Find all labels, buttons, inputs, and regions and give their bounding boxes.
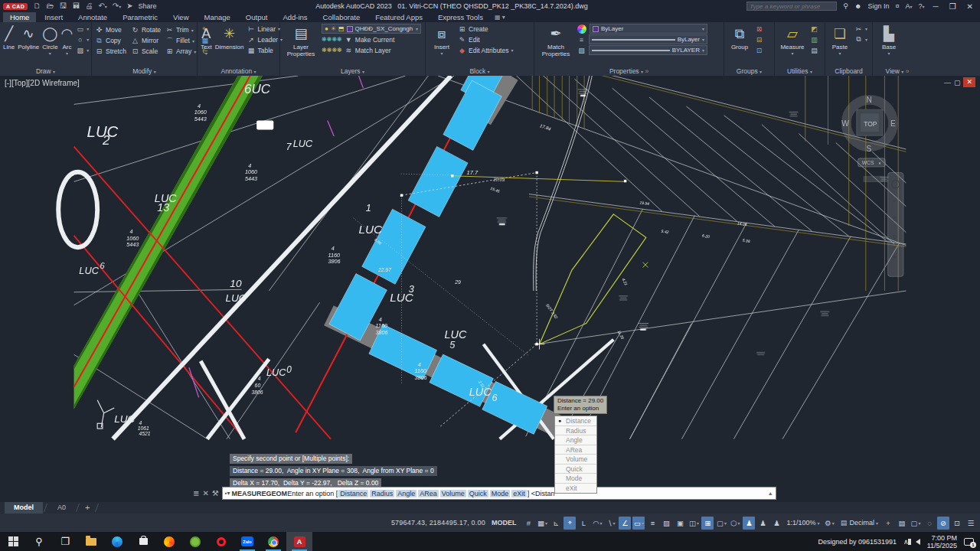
- edit-block-tool[interactable]: ✎Edit: [458, 34, 513, 44]
- panel-label-draw[interactable]: Draw ▾: [0, 67, 91, 76]
- share-label[interactable]: Share: [139, 2, 157, 10]
- line-tool[interactable]: ╱Line: [3, 24, 15, 51]
- menu-item-distance[interactable]: ●Distance: [555, 416, 596, 426]
- status-toggle-isolate-objects[interactable]: ◌: [923, 517, 936, 530]
- search-icon[interactable]: ⚲: [843, 2, 848, 10]
- trim-tool[interactable]: ✂Trim▾: [165, 26, 196, 34]
- chrome-button[interactable]: [260, 532, 286, 551]
- status-toggle-grid-display[interactable]: #: [522, 517, 534, 530]
- id-point-tool[interactable]: ▤: [810, 45, 818, 55]
- panel-label-layers[interactable]: Layers ▾: [280, 67, 425, 76]
- scale-tool[interactable]: ⊡Scale: [131, 47, 161, 55]
- command-options-icon[interactable]: ▪▾: [225, 490, 230, 497]
- status-toggle-clean-screen[interactable]: ⊡: [951, 517, 963, 530]
- doc-minimize-icon[interactable]: —: [944, 79, 951, 86]
- drawing-canvas[interactable]: TOP N S W E WCS ▾ + ◎ ↻ ≡ LUC26UC7LUCLUC…: [0, 76, 980, 502]
- fillet-tool[interactable]: ⌒Fillet▾: [165, 36, 196, 46]
- dialog-launcher-icon[interactable]: »: [645, 67, 648, 75]
- tab-express-tools[interactable]: Express Tools: [431, 12, 490, 22]
- layer-properties-tool[interactable]: ▤Layer Properties: [283, 24, 318, 57]
- undo-icon[interactable]: ↶▾: [98, 1, 106, 12]
- zalo-button[interactable]: Zalo: [234, 532, 260, 551]
- edit-attributes-tool[interactable]: ◆Edit Attributes▾: [458, 45, 513, 55]
- autocad-taskbar-button[interactable]: A: [286, 532, 312, 551]
- panel-label-modify[interactable]: Modify ▾: [92, 67, 197, 76]
- tab-a0[interactable]: A0: [48, 502, 75, 514]
- dimension-tool[interactable]: ✳Dimension: [215, 24, 244, 51]
- leader-tool[interactable]: ↗Leader▾: [247, 34, 282, 44]
- status-toggle-selection-filtering[interactable]: ▢▾: [715, 517, 727, 530]
- status-toggle-dynamic-ucs[interactable]: ⊞: [701, 517, 714, 530]
- status-toggle-selection-cycling[interactable]: ▣: [674, 517, 686, 530]
- linear-tool[interactable]: ⊢Linear▾: [247, 24, 282, 34]
- customize-icon[interactable]: ≣: [193, 489, 199, 497]
- restore-button[interactable]: ❐: [947, 2, 959, 11]
- autocad-logo[interactable]: A CAD: [3, 3, 28, 10]
- status-toggle-gizmo[interactable]: ⬡▾: [729, 517, 741, 530]
- sign-in-link[interactable]: Sign In: [867, 2, 889, 10]
- panel-label-properties[interactable]: Properties ▾ »: [534, 67, 724, 76]
- status-toggle-dynamic-input[interactable]: ⌖: [564, 517, 576, 530]
- match-properties-tool[interactable]: ✒Match Properties: [537, 24, 574, 57]
- keyword-area[interactable]: ARea: [418, 490, 439, 497]
- doc-restore-icon[interactable]: ▢: [954, 79, 961, 86]
- menu-item-exit[interactable]: eXit: [555, 484, 596, 494]
- close-button[interactable]: ✕: [965, 2, 975, 11]
- save-icon[interactable]: 🖫: [59, 1, 67, 11]
- minimize-button[interactable]: ─: [931, 2, 941, 11]
- tab-home[interactable]: Home: [3, 12, 36, 22]
- tab-parametric[interactable]: Parametric: [116, 12, 165, 22]
- status-toggle-annotation-monitor[interactable]: +: [882, 517, 894, 530]
- table-tool[interactable]: ▦Table: [247, 45, 282, 55]
- group-select-tool[interactable]: ⊡: [755, 45, 763, 55]
- status-toggle-quick-properties[interactable]: ▤: [896, 517, 908, 530]
- units-dropdown[interactable]: ▤Decimal▾: [837, 519, 880, 527]
- menu-item-radius[interactable]: Radius: [555, 426, 596, 436]
- group-tool[interactable]: ⧉Group: [727, 24, 752, 51]
- keyword-exit[interactable]: eXit: [511, 490, 527, 497]
- panel-label-groups[interactable]: Groups ▾: [724, 67, 774, 76]
- menu-item-mode[interactable]: Mode: [555, 474, 596, 484]
- keyword-distance[interactable]: Distance: [338, 490, 368, 497]
- keyword-radius[interactable]: Radius: [370, 490, 394, 497]
- command-input[interactable]: ▪▾ MEASUREGEOM Enter an option [Distance…: [222, 487, 776, 500]
- open-file-icon[interactable]: 🗁: [46, 1, 54, 11]
- volume-icon[interactable]: [916, 539, 920, 545]
- status-toggle-object-snap-tracking[interactable]: ∠: [619, 517, 631, 530]
- status-toggle-infer-constraints[interactable]: ⊾: [550, 517, 562, 530]
- keyword-volume[interactable]: Volume: [440, 490, 466, 497]
- task-view-button[interactable]: ❐: [52, 532, 78, 551]
- coccoc-button[interactable]: [182, 532, 208, 551]
- group-edit-tool[interactable]: ⊟: [755, 34, 763, 44]
- command-expand-icon[interactable]: ▲: [768, 491, 773, 496]
- opera-button[interactable]: [208, 532, 234, 551]
- make-current-tool[interactable]: ❋❋❋❋ ▼Make Current: [322, 34, 421, 44]
- status-toggle-ortho-mode[interactable]: L: [577, 517, 590, 530]
- status-toggle-lock-ui[interactable]: ▢▾: [910, 517, 922, 530]
- tab-add-ins[interactable]: Add-ins: [276, 12, 314, 22]
- store-button[interactable]: [130, 532, 156, 551]
- status-toggle-object-snap[interactable]: ▭▾: [632, 517, 645, 530]
- quick-calc-tool[interactable]: ▥: [810, 34, 818, 44]
- quick-select-tool[interactable]: ◩: [810, 24, 818, 34]
- tab-model[interactable]: Model: [5, 502, 43, 514]
- help-icon[interactable]: ?▾: [919, 2, 925, 10]
- doc-close-icon[interactable]: ✕: [963, 77, 975, 87]
- keyword-quick[interactable]: Quick: [468, 490, 488, 497]
- view-cube[interactable]: TOP N S W E WCS ▾: [841, 96, 896, 167]
- status-toggle-polar-tracking[interactable]: ◠▾: [591, 517, 603, 530]
- search-input[interactable]: [746, 2, 837, 11]
- autodesk-icon[interactable]: A▾: [905, 2, 912, 10]
- clock[interactable]: 7:00 PM 11/5/2025: [927, 534, 957, 549]
- wrench-icon[interactable]: ⚒: [212, 489, 219, 497]
- status-toggle-show-lineweight[interactable]: ≡: [646, 517, 658, 530]
- status-toggle-customization[interactable]: ☰: [965, 517, 977, 530]
- insert-tool[interactable]: ⧈Insert▾: [429, 24, 455, 57]
- panel-label-clipboard[interactable]: Clipboard: [825, 67, 872, 76]
- status-toggle-isometric-drafting[interactable]: ∖▾: [605, 517, 617, 530]
- base-tool[interactable]: ▙Base▾: [876, 24, 902, 57]
- start-button[interactable]: [0, 532, 26, 551]
- status-toggle-snap-mode[interactable]: ▦▾: [536, 517, 548, 530]
- menu-item-volume[interactable]: Volume: [555, 455, 596, 465]
- cyan-parcel-chain[interactable]: [329, 76, 547, 434]
